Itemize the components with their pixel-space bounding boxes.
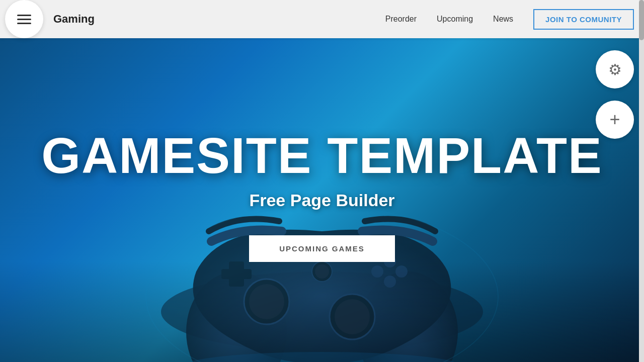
settings-fab-button[interactable]: ⚙ [596,50,634,88]
plus-icon: + [609,109,620,130]
nav-news[interactable]: News [493,15,513,24]
add-fab-button[interactable]: + [596,101,634,139]
svg-point-12 [395,265,408,278]
menu-line-2 [17,19,31,20]
menu-button[interactable] [5,0,43,38]
svg-point-11 [384,276,396,288]
nav-preorder[interactable]: Preorder [385,15,417,24]
svg-point-9 [371,265,383,278]
svg-rect-8 [229,261,244,287]
main-nav: Preorder Upcoming News JOIN TO COMUNITY [385,9,644,30]
hero-section: GAMESITE TEMPLATE Free Page Builder UPCO… [0,0,644,362]
logo: Gaming [53,13,95,26]
header: Gaming Preorder Upcoming News JOIN TO CO… [0,0,644,38]
svg-point-4 [249,284,284,319]
svg-point-14 [315,264,329,279]
scrollbar[interactable] [639,0,644,362]
nav-upcoming[interactable]: Upcoming [437,15,473,24]
join-community-button[interactable]: JOIN TO COMUNITY [533,9,634,30]
svg-point-6 [335,299,370,334]
scrollbar-thumb[interactable] [639,0,644,40]
hero-content: GAMESITE TEMPLATE Free Page Builder UPCO… [41,130,603,262]
hero-title: GAMESITE TEMPLATE [41,130,603,180]
menu-line-1 [17,15,31,16]
hero-subtitle: Free Page Builder [249,191,394,210]
menu-line-3 [17,23,31,24]
gear-icon: ⚙ [608,61,622,78]
upcoming-games-button[interactable]: UPCOMING GAMES [249,235,395,262]
